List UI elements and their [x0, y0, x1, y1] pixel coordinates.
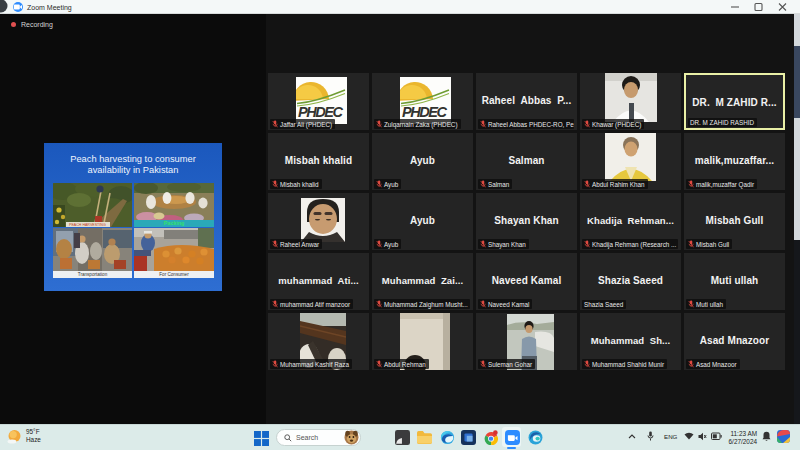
svg-text:PHDEC: PHDEC — [298, 104, 344, 120]
svg-text:PHDEC: PHDEC — [402, 104, 448, 120]
svg-text:Zoom Meeting: Zoom Meeting — [27, 4, 72, 12]
svg-text:PEACH HARVESTING: PEACH HARVESTING — [69, 223, 106, 227]
